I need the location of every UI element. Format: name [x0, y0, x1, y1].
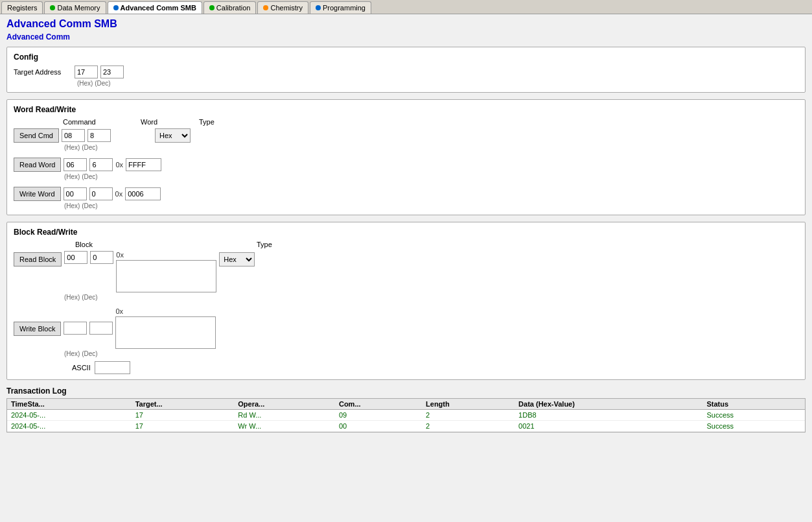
word-rw-label: Word Read/Write [14, 105, 798, 114]
read-word-button[interactable]: Read Word [14, 158, 61, 172]
log-cell-command: 00 [335, 421, 422, 432]
log-cell-length: 2 [422, 410, 515, 421]
read-word-dec[interactable] [89, 158, 113, 171]
col-data: Data (Hex-Value) [515, 399, 702, 410]
read-word-row: Read Word 0x [14, 158, 798, 172]
config-section: Config Target Address (Hex) (Dec) [6, 47, 806, 93]
block-rw-section: Block Read/Write Block Type Read Block 0… [6, 222, 806, 380]
tab-registers-label: Registers [7, 4, 37, 12]
tab-chemistry-label: Chemistry [270, 4, 303, 12]
type-col-header: Type [199, 118, 215, 126]
block-type-select[interactable]: Hex Dec ASCII [219, 252, 255, 267]
tab-data-memory[interactable]: Data Memory [44, 1, 106, 14]
write-block-hex[interactable] [64, 322, 87, 335]
write-word-row: Write Word 0x [14, 187, 798, 201]
section-subtitle: Advanced Comm [0, 31, 812, 44]
send-cmd-hex[interactable] [62, 129, 85, 142]
transaction-log-title: Transaction Log [6, 386, 806, 396]
write-word-dec[interactable] [89, 187, 113, 200]
tab-chemistry[interactable]: Chemistry [257, 1, 308, 14]
log-cell-status: Success [703, 410, 806, 421]
log-cell-command: 09 [335, 410, 422, 421]
read-word-prefix: 0x [115, 161, 123, 169]
col-command: Com... [335, 399, 422, 410]
log-cell-status: Success [703, 421, 806, 432]
block-col-header: Block [75, 241, 140, 248]
log-cell-target: 17 [132, 421, 235, 432]
log-cell-length: 2 [422, 421, 515, 432]
read-block-area-wrapper: 0x [116, 251, 216, 292]
read-block-sublabel: (Hex) (Dec) [14, 294, 798, 301]
table-row: 2024-05-...17Wr W...0020021Success [7, 421, 805, 432]
block-rw-label: Block Read/Write [14, 228, 798, 237]
advanced-comm-smb-icon [113, 5, 119, 10]
tab-calibration-label: Calibration [216, 4, 251, 12]
col-length: Length [422, 399, 515, 410]
target-address-label: Target Address [14, 68, 72, 76]
ascii-label: ASCII [72, 364, 91, 372]
tab-programming[interactable]: Programming [310, 1, 371, 14]
config-label: Config [14, 53, 798, 62]
log-cell-data: 1DB8 [515, 410, 702, 421]
write-block-textarea[interactable] [115, 316, 216, 349]
word-rw-section: Word Read/Write Command Word Type Send C… [6, 99, 806, 215]
write-block-prefix: 0x [115, 307, 123, 315]
write-word-value[interactable] [125, 187, 161, 200]
block-spacer [140, 241, 257, 248]
target-address-hex[interactable] [75, 65, 98, 78]
block-rw-headers: Block Type [14, 241, 798, 248]
transaction-log: Transaction Log TimeSta... Target... Ope… [6, 386, 806, 433]
tab-advanced-comm-smb-label: Advanced Comm SMB [121, 4, 196, 12]
tab-calibration[interactable]: Calibration [203, 1, 257, 14]
log-cell-timestamp: 2024-05-... [7, 410, 132, 421]
col-timestamp: TimeSta... [7, 399, 132, 410]
col-target: Target... [132, 399, 235, 410]
write-word-hex[interactable] [64, 187, 87, 200]
read-block-hex[interactable] [64, 251, 87, 264]
col-operation: Opera... [234, 399, 335, 410]
calibration-icon [209, 5, 215, 10]
target-address-dec[interactable] [100, 65, 124, 78]
word-type-select[interactable]: Hex Dec ASCII [155, 128, 191, 143]
read-word-hex[interactable] [64, 158, 87, 171]
read-block-dec[interactable] [90, 251, 113, 264]
word-rw-headers: Command Word Type [14, 118, 798, 126]
log-table-header-row: TimeSta... Target... Opera... Com... Len… [7, 399, 805, 410]
write-word-button[interactable]: Write Word [14, 187, 61, 201]
send-cmd-sublabel: (Hex) (Dec) [14, 144, 798, 151]
write-word-prefix: 0x [115, 190, 123, 198]
write-block-dec[interactable] [89, 322, 113, 335]
page-title: Advanced Comm SMB [0, 14, 812, 31]
write-block-area-wrapper: 0x [115, 307, 216, 349]
log-cell-operation: Rd W... [234, 410, 335, 421]
log-cell-data: 0021 [515, 421, 702, 432]
read-block-textarea[interactable] [116, 260, 216, 292]
ascii-input[interactable] [95, 361, 130, 374]
send-cmd-dec[interactable] [87, 129, 111, 142]
read-block-button[interactable]: Read Block [14, 252, 62, 267]
write-block-row: Write Block 0x [14, 307, 798, 349]
main-content: Config Target Address (Hex) (Dec) Word R… [0, 44, 812, 435]
read-block-prefix: 0x [116, 251, 124, 259]
block-type-col-header: Type [257, 241, 272, 248]
target-address-row: Target Address [14, 65, 798, 78]
programming-icon [316, 5, 321, 10]
read-block-row: Read Block 0x Hex Dec ASCII [14, 251, 798, 292]
tab-registers[interactable]: Registers [1, 1, 43, 14]
read-word-value[interactable] [126, 158, 161, 171]
send-cmd-button[interactable]: Send Cmd [14, 128, 59, 143]
word-col-header: Word [141, 118, 199, 126]
log-cell-operation: Wr W... [234, 421, 335, 432]
write-block-sublabel: (Hex) (Dec) [14, 350, 798, 357]
write-block-button[interactable]: Write Block [14, 322, 61, 336]
log-cell-timestamp: 2024-05-... [7, 421, 132, 432]
log-table-body: 2024-05-...17Rd W...0921DB8Success2024-0… [7, 410, 805, 432]
log-table-wrapper[interactable]: TimeSta... Target... Opera... Com... Len… [6, 398, 806, 433]
command-col-header: Command [63, 118, 141, 126]
tab-advanced-comm-smb[interactable]: Advanced Comm SMB [108, 1, 202, 14]
send-cmd-row: Send Cmd Hex Dec ASCII [14, 128, 798, 143]
chemistry-icon [263, 5, 268, 10]
read-word-sublabel: (Hex) (Dec) [14, 173, 798, 180]
tab-data-memory-label: Data Memory [57, 4, 100, 12]
write-word-sublabel: (Hex) (Dec) [14, 202, 798, 209]
